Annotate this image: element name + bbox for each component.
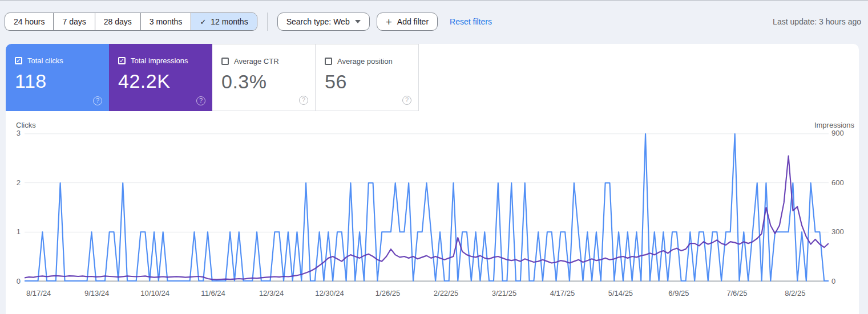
x-axis-tick: 2/22/25	[434, 289, 458, 297]
performance-chart-section: Clicks Impressions 39002600130000 8/17/2…	[6, 121, 859, 299]
metric-card-average-position[interactable]: Average position 56 ?	[316, 44, 419, 111]
toolbar-divider	[267, 13, 268, 31]
check-icon: ✓	[200, 18, 206, 26]
x-axis-tick: 8/2/25	[785, 289, 805, 297]
x-axis-tick: 6/9/25	[668, 289, 689, 297]
date-range-label: 12 months	[211, 17, 248, 26]
right-axis-tick: 300	[831, 227, 857, 236]
metric-card-total-clicks[interactable]: ✓ Total clicks 118 ?	[6, 44, 109, 111]
help-icon[interactable]: ?	[93, 96, 102, 105]
checkbox-icon[interactable]: ✓	[118, 57, 126, 64]
help-icon[interactable]: ?	[196, 96, 205, 105]
search-console-performance-page: ✓ 24 hours ✓ 7 days ✓ 28 days ✓ 3 months…	[0, 0, 868, 314]
reset-filters-link[interactable]: Reset filters	[450, 17, 492, 26]
metric-card-total-impressions[interactable]: ✓ Total impressions 42.2K ?	[109, 44, 212, 111]
metric-cards-row: ✓ Total clicks 118 ? ✓ Total impressions…	[6, 44, 859, 111]
filter-toolbar: ✓ 24 hours ✓ 7 days ✓ 28 days ✓ 3 months…	[5, 13, 862, 31]
x-axis-tick: 8/17/24	[26, 289, 51, 297]
right-axis-tick: 0	[831, 277, 857, 286]
metric-value: 42.2K	[118, 70, 203, 92]
x-axis-tick: 3/21/25	[492, 289, 516, 297]
metric-value: 0.3%	[221, 71, 306, 93]
date-range-group: ✓ 24 hours ✓ 7 days ✓ 28 days ✓ 3 months…	[5, 13, 257, 31]
x-axis-tick: 11/6/24	[201, 289, 225, 297]
performance-panel: ✓ Total clicks 118 ? ✓ Total impressions…	[6, 44, 859, 314]
date-range-7-days[interactable]: ✓ 7 days	[53, 13, 94, 30]
right-axis-tick: 900	[831, 129, 857, 137]
x-axis-tick: 10/10/24	[140, 289, 169, 297]
metric-value: 118	[15, 70, 100, 92]
x-axis-tick: 12/3/24	[259, 289, 284, 297]
performance-chart-svg	[25, 133, 829, 282]
left-axis-tick: 2	[7, 178, 21, 187]
right-axis-title: Impressions	[814, 121, 854, 129]
left-axis-tick: 1	[7, 227, 21, 236]
metric-label: Total impressions	[131, 56, 188, 65]
right-axis-tick: 600	[831, 178, 857, 187]
x-axis-tick: 4/17/25	[550, 289, 575, 297]
chevron-down-icon	[355, 20, 361, 23]
date-range-label: 7 days	[62, 17, 86, 26]
x-axis-tick: 9/13/24	[84, 289, 109, 297]
date-range-12-months[interactable]: ✓ 12 months	[191, 13, 256, 30]
plus-icon: +	[386, 17, 392, 27]
date-range-label: 24 hours	[14, 17, 45, 26]
add-filter-button[interactable]: + Add filter	[377, 13, 438, 31]
search-type-dropdown[interactable]: Search type: Web	[277, 13, 370, 31]
last-update-text: Last update: 3 hours ago	[773, 17, 862, 26]
left-axis-title: Clicks	[16, 121, 36, 129]
left-axis-tick: 0	[7, 277, 21, 286]
search-type-label: Search type: Web	[286, 17, 350, 26]
x-axis-tick: 5/14/25	[608, 289, 633, 297]
metric-label: Average position	[337, 57, 393, 66]
date-range-label: 28 days	[104, 17, 132, 26]
x-axis-labels: 8/17/249/13/2410/10/2411/6/2412/3/2412/3…	[25, 289, 829, 299]
help-icon[interactable]: ?	[402, 96, 411, 105]
checkbox-icon[interactable]	[325, 58, 332, 65]
metric-value: 56	[325, 71, 409, 93]
help-icon[interactable]: ?	[299, 96, 308, 105]
x-axis-tick: 7/6/25	[726, 289, 747, 297]
x-axis-tick: 12/30/24	[315, 289, 344, 297]
add-filter-label: Add filter	[397, 17, 429, 26]
checkbox-icon[interactable]: ✓	[15, 57, 22, 64]
performance-chart[interactable]: 39002600130000	[25, 133, 829, 282]
date-range-24-hours[interactable]: ✓ 24 hours	[5, 13, 53, 30]
checkbox-icon[interactable]	[221, 58, 229, 65]
metric-label: Total clicks	[27, 56, 63, 65]
date-range-label: 3 months	[150, 17, 183, 26]
date-range-28-days[interactable]: ✓ 28 days	[95, 13, 140, 30]
left-axis-tick: 3	[7, 129, 21, 137]
metric-card-average-ctr[interactable]: Average CTR 0.3% ?	[212, 44, 316, 111]
metric-label: Average CTR	[234, 57, 279, 66]
x-axis-tick: 1/26/25	[376, 289, 400, 297]
date-range-3-months[interactable]: ✓ 3 months	[140, 13, 191, 30]
